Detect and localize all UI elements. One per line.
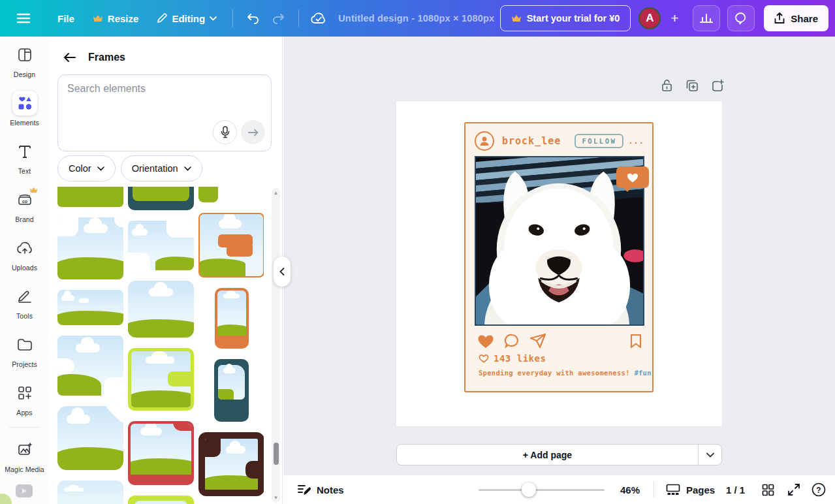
scrollbar-thumb[interactable]: [274, 443, 279, 465]
thumb-part-c2: [128, 253, 150, 270]
frame-thumbnail-hill-cut[interactable]: [57, 187, 123, 207]
add-page-caret-button[interactable]: [698, 445, 721, 465]
notes-button[interactable]: Notes: [298, 484, 344, 496]
add-member-button[interactable]: +: [663, 7, 685, 29]
sidebar-item-uploads[interactable]: Uploads: [0, 230, 49, 278]
frame-thumbnail-puzzle-b[interactable]: [57, 336, 123, 396]
scroll-up-arrow[interactable]: ▲: [272, 190, 280, 196]
comment-icon[interactable]: [504, 334, 520, 349]
help-button[interactable]: ?: [810, 480, 828, 499]
pages-button[interactable]: Pages: [666, 484, 715, 496]
voice-search-button[interactable]: [213, 120, 237, 144]
zoom-slider[interactable]: [479, 475, 605, 504]
trial-button[interactable]: Start your trial for ¥0: [500, 5, 631, 31]
redo-icon: [272, 12, 286, 25]
zoom-slider-thumb[interactable]: [522, 482, 536, 497]
sidebar-item-magic-media[interactable]: Magic Media: [0, 432, 49, 480]
sidebar-item-tools[interactable]: Tools: [0, 278, 49, 326]
frame-thumbnail-orange-selected[interactable]: [198, 213, 264, 277]
design-title[interactable]: Untitled design - 1080px × 1080px: [333, 13, 497, 24]
thumb-part-c1: [134, 501, 187, 504]
frame-thumbnail-puzzle-c[interactable]: [128, 221, 194, 270]
sidebar-item-elements[interactable]: Elements: [0, 85, 49, 133]
insights-button[interactable]: [693, 5, 720, 31]
add-page-icon-button[interactable]: [710, 78, 725, 93]
thumb-part-c2: [245, 461, 258, 479]
frame-thumbnail-teal-tall[interactable]: [214, 359, 249, 422]
thumb-part-cloud: [132, 228, 148, 236]
frame-thumbnail-puzzle-a[interactable]: [57, 217, 123, 279]
like-heart-icon[interactable]: [477, 334, 494, 349]
grid-view-button[interactable]: [759, 480, 777, 499]
sidebar-item-apps[interactable]: Apps: [0, 375, 49, 423]
resize-label: Resize: [108, 13, 139, 24]
add-page-button[interactable]: + Add page: [397, 445, 698, 465]
panel-scrollbar[interactable]: ▲ ▼: [272, 188, 280, 503]
thumb-part-cloud: [226, 446, 245, 454]
search-input[interactable]: [67, 83, 257, 95]
fullscreen-button[interactable]: [785, 480, 803, 499]
send-icon[interactable]: [529, 333, 546, 349]
sidebar-item-projects[interactable]: Projects: [0, 326, 49, 375]
avatar[interactable]: A: [638, 7, 661, 29]
bookmark-icon[interactable]: [630, 334, 642, 349]
frame-thumbnail-wide-hill[interactable]: [57, 290, 123, 325]
instagram-post-frame[interactable]: brock_lee FOLLOW ...: [464, 122, 654, 392]
editing-mode-button[interactable]: Editing: [149, 8, 225, 29]
resize-button[interactable]: Resize: [85, 8, 147, 29]
frame-thumbnail-rounded-landscape[interactable]: [128, 281, 194, 338]
undo-button[interactable]: [241, 7, 264, 30]
zoom-slider-track[interactable]: [479, 489, 605, 491]
apps-icon: [17, 385, 33, 401]
frame-thumbnail-teal-partial[interactable]: [128, 187, 194, 210]
pages-icon: [666, 484, 680, 496]
design-page[interactable]: brock_lee FOLLOW ...: [396, 101, 722, 426]
frame-thumbnail-sliver-green[interactable]: [198, 187, 218, 202]
scroll-down-arrow[interactable]: ▼: [272, 495, 280, 501]
frame-thumbnail-rounded-notch[interactable]: [57, 406, 123, 470]
text-icon: [17, 144, 33, 159]
thumb-part-cloud: [149, 288, 172, 296]
main-menu-button[interactable]: [12, 7, 35, 30]
sidebar-item-brand[interactable]: co Brand: [0, 181, 49, 230]
person-icon: [478, 134, 491, 148]
thumb-part-cloud: [61, 295, 74, 302]
filter-orientation[interactable]: Orientation: [121, 155, 202, 181]
frame-thumbnail-brown-frame[interactable]: [198, 432, 264, 496]
crown-icon: [511, 14, 522, 22]
video-tutorial-icon[interactable]: [16, 484, 33, 497]
search-submit-button[interactable]: [241, 120, 265, 144]
chevron-down-icon: [706, 452, 714, 458]
share-button[interactable]: Share: [764, 5, 828, 31]
thumb-part-c1: [205, 439, 221, 457]
sidebar-item-design[interactable]: Design: [0, 37, 49, 85]
chevron-down-icon: [184, 166, 191, 171]
left-rail: Design Elements Text co Brand Uploads To…: [0, 37, 49, 504]
elements-icon: [17, 95, 33, 111]
thumb-part-c1: [173, 422, 193, 430]
sidebar-item-text[interactable]: Text: [0, 133, 49, 181]
hashtag: #fun: [634, 369, 652, 377]
lock-page-button[interactable]: [659, 78, 674, 93]
comments-button[interactable]: [727, 5, 755, 31]
frame-thumbnail-red-frame[interactable]: [128, 421, 194, 485]
thumb-part-cloud: [76, 343, 99, 353]
filter-color[interactable]: Color: [57, 155, 116, 181]
panel-collapse-handle[interactable]: [274, 257, 291, 287]
frame-thumbnail-lime-frame[interactable]: [128, 348, 194, 411]
bottom-statusbar: Notes 46% Pages 1 / 1 ?: [283, 475, 835, 504]
thumb-part-c2: [104, 377, 123, 396]
thumb-part-hill: [128, 319, 194, 338]
frame-thumbnail-sliver-lime[interactable]: [128, 496, 194, 504]
filter-color-label: Color: [69, 163, 91, 174]
file-menu-button[interactable]: File: [50, 8, 82, 29]
thumb-part-hill: [128, 390, 194, 409]
frame-thumbnail-orange-tall[interactable]: [215, 288, 249, 349]
frame-thumbnail-sliver-sky[interactable]: [57, 480, 123, 504]
redo-button[interactable]: [267, 7, 291, 30]
duplicate-page-button[interactable]: [685, 78, 699, 93]
magic-media-icon: [17, 442, 33, 458]
back-button[interactable]: [62, 50, 78, 65]
canvas-workspace[interactable]: brock_lee FOLLOW ...: [283, 37, 835, 475]
like-notification-badge: [616, 166, 649, 188]
